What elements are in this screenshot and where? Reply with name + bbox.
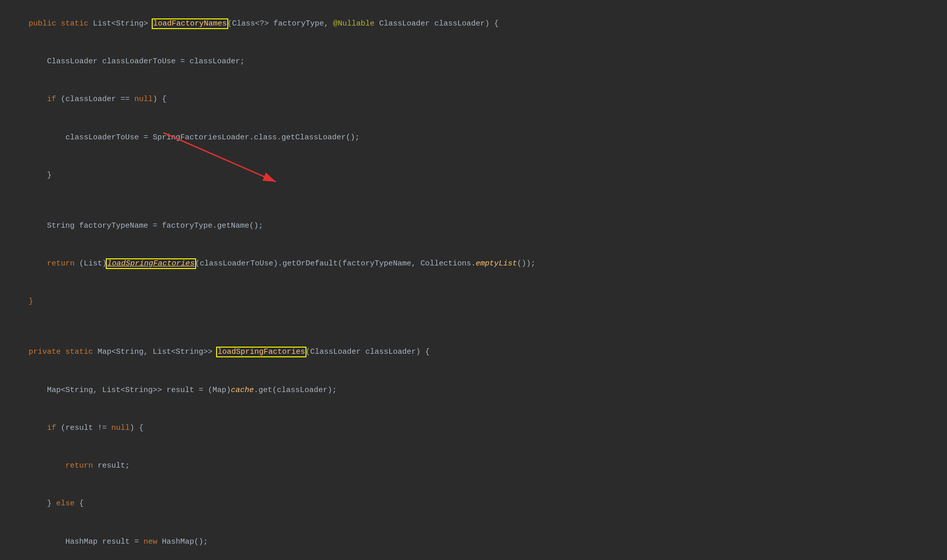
loadFactoryNames-highlight: loadFactoryNames (153, 19, 227, 28)
empty-line (10, 194, 937, 207)
code-line: if (result != null) { (10, 409, 937, 447)
code-line: private static Map<String, List<String>>… (10, 334, 937, 372)
code-line: } (10, 157, 937, 194)
code-line: classLoaderToUse = SpringFactoriesLoader… (10, 119, 937, 157)
code-line: public static List<String> loadFactoryNa… (10, 5, 937, 43)
code-line: if (classLoader == null) { (10, 81, 937, 119)
code-line: ClassLoader classLoaderToUse = classLoad… (10, 43, 937, 81)
loadSpringFactories-highlight-1: loadSpringFactories (107, 259, 195, 268)
loadSpringFactories-highlight-2: loadSpringFactories (217, 348, 305, 356)
code-container: public static List<String> loadFactoryNa… (0, 0, 947, 560)
code-line: } (10, 283, 937, 321)
empty-line (10, 321, 937, 334)
code-line: Map<String, List<String>> result = (Map)… (10, 372, 937, 409)
code-line: HashMap result = new HashMap(); (10, 523, 937, 560)
code-line: return (List)loadSpringFactories(classLo… (10, 245, 937, 283)
code-line: return result; (10, 447, 937, 485)
code-line: String factoryTypeName = factoryType.get… (10, 207, 937, 245)
code-line: } else { (10, 485, 937, 523)
